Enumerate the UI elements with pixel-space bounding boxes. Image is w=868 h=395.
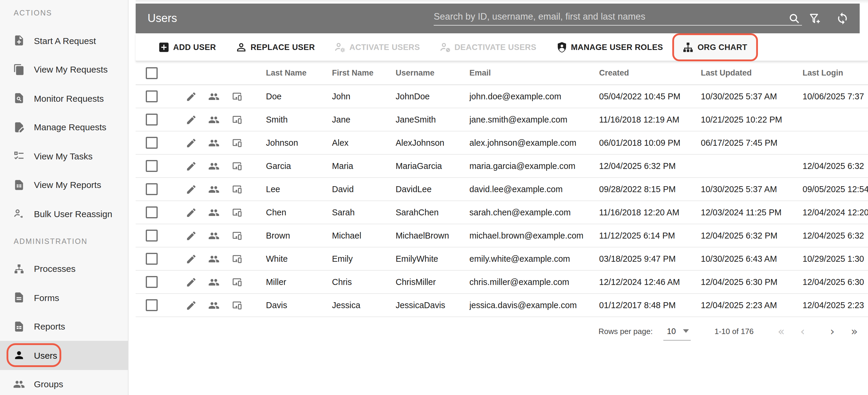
org-chart-button[interactable]: ORG CHART (682, 41, 747, 53)
table-row: White Emily EmilyWhite emily.white@examp… (136, 247, 868, 271)
cell-username: EmilyWhite (396, 254, 469, 264)
sidebar-item-label: Groups (34, 379, 63, 389)
cell-created: 06/01/2018 10:09 PM (599, 138, 701, 148)
table-row: Chen Sarah SarahChen sarah.chen@example.… (136, 201, 868, 224)
groups-icon[interactable] (208, 160, 220, 172)
sidebar-item-view-my-reports[interactable]: View My Reports (0, 171, 128, 199)
sidebar-item-manage-requests[interactable]: Manage Requests (0, 113, 128, 142)
row-checkbox[interactable] (146, 230, 158, 242)
edit-icon[interactable] (185, 276, 197, 287)
sidebar-item-label: View My Requests (34, 65, 108, 75)
groups-icon[interactable] (208, 114, 220, 125)
devices-icon[interactable] (231, 91, 243, 102)
cell-email: john.doe@example.com (469, 92, 599, 101)
edit-icon[interactable] (185, 253, 197, 265)
cell-email: chris.miller@example.com (469, 277, 599, 287)
groups-icon[interactable] (208, 276, 220, 287)
row-checkbox[interactable] (146, 160, 158, 172)
table-row: Johnson Alex AlexJohnson alex.johnson@ex… (136, 131, 868, 155)
sidebar-item-label: Monitor Requests (34, 93, 104, 103)
table-row: Doe John JohnDoe john.doe@example.com 05… (136, 85, 868, 108)
cell-created: 03/18/2025 9:47 PM (599, 254, 701, 264)
table-row: Brown Michael MichaelBrown michael.brown… (136, 224, 868, 247)
groups-icon[interactable] (208, 300, 220, 311)
select-all-checkbox[interactable] (146, 67, 158, 79)
pagination: Rows per page: 10 1-10 of 176 « ‹ › » (136, 317, 868, 346)
row-checkbox[interactable] (146, 183, 158, 195)
groups-icon[interactable] (208, 184, 220, 195)
edit-icon[interactable] (185, 114, 197, 125)
edit-icon[interactable] (185, 137, 197, 148)
cell-last-name: Miller (248, 277, 332, 287)
row-checkbox[interactable] (146, 299, 158, 311)
devices-icon[interactable] (231, 184, 243, 195)
sidebar-item-view-my-requests[interactable]: View My Requests (0, 55, 128, 84)
pagination-range: 1-10 of 176 (714, 327, 754, 336)
cell-first-name: Michael (332, 231, 396, 240)
devices-icon[interactable] (231, 137, 243, 148)
devices-icon[interactable] (231, 207, 243, 218)
add-box-icon (158, 41, 170, 53)
cell-first-name: David (332, 184, 396, 194)
sidebar-item-processes[interactable]: Processes (0, 254, 128, 283)
sidebar-item-reports[interactable]: Reports (0, 312, 128, 341)
next-page-button[interactable]: › (830, 325, 834, 338)
devices-icon[interactable] (231, 300, 243, 311)
manage-user-roles-button[interactable]: MANAGE USER ROLES (555, 41, 663, 53)
edit-icon[interactable] (185, 207, 197, 218)
cell-created: 01/12/2017 8:48 PM (599, 300, 701, 310)
groups-icon[interactable] (208, 253, 220, 265)
refresh-icon[interactable] (836, 12, 849, 25)
cell-first-name: Chris (332, 277, 396, 287)
sidebar-item-groups[interactable]: Groups (0, 370, 128, 395)
chevron-down-icon (683, 329, 689, 333)
edit-icon[interactable] (185, 160, 197, 172)
groups-icon[interactable] (208, 137, 220, 148)
cell-email: sarah.chen@example.com (469, 208, 599, 217)
devices-icon[interactable] (231, 253, 243, 265)
cell-email: alex.johnson@example.com (469, 138, 599, 148)
sidebar-item-monitor-requests[interactable]: Monitor Requests (0, 84, 128, 113)
row-checkbox[interactable] (146, 253, 158, 265)
edit-icon[interactable] (185, 230, 197, 241)
sidebar-item-label: View My Reports (34, 180, 101, 190)
sidebar-item-forms[interactable]: Forms (0, 283, 128, 312)
row-checkbox[interactable] (146, 90, 158, 102)
sidebar-item-users[interactable]: Users (0, 341, 128, 370)
row-checkbox[interactable] (146, 276, 158, 288)
cell-last-updated: 10/30/2025 5:37 AM (701, 92, 803, 101)
groups-icon[interactable] (208, 207, 220, 218)
groups-icon[interactable] (208, 230, 220, 241)
row-checkbox[interactable] (146, 137, 158, 149)
search-icon[interactable] (788, 12, 801, 25)
cell-username: MichaelBrown (396, 231, 469, 240)
cell-first-name: Jessica (332, 300, 396, 310)
devices-icon[interactable] (231, 276, 243, 287)
replace-user-button[interactable]: REPLACE USER (235, 41, 315, 53)
sidebar-item-view-my-tasks[interactable]: View My Tasks (0, 142, 128, 171)
cell-last-updated: 06/17/2025 7:45 PM (701, 138, 803, 148)
sidebar-item-bulk-user-reassign[interactable]: Bulk User Reassign (0, 199, 128, 228)
edit-icon[interactable] (185, 300, 197, 311)
cell-last-updated: 10/21/2025 10:22 PM (701, 115, 803, 124)
edit-icon[interactable] (185, 91, 197, 102)
row-checkbox[interactable] (146, 114, 158, 125)
cell-created: 12/12/2024 12:46 AM (599, 277, 701, 287)
cell-last-login: 12/04/2025 6:32 (803, 161, 868, 171)
cell-username: JessicaDavis (396, 300, 469, 310)
devices-icon[interactable] (231, 230, 243, 241)
edit-icon[interactable] (185, 184, 197, 195)
cell-username: JohnDoe (396, 92, 469, 101)
last-page-button[interactable]: » (851, 325, 858, 338)
search-input[interactable] (434, 8, 802, 26)
row-checkbox[interactable] (146, 206, 158, 218)
sidebar-item-start-a-request[interactable]: Start A Request (0, 26, 128, 55)
report-doc-icon (13, 321, 25, 333)
cell-first-name: Emily (332, 254, 396, 264)
filter-add-icon[interactable] (808, 12, 822, 25)
groups-icon[interactable] (208, 91, 220, 102)
rows-per-page-select[interactable]: 10 (663, 322, 691, 340)
add-user-button[interactable]: ADD USER (158, 41, 216, 53)
devices-icon[interactable] (231, 160, 243, 172)
devices-icon[interactable] (231, 114, 243, 125)
